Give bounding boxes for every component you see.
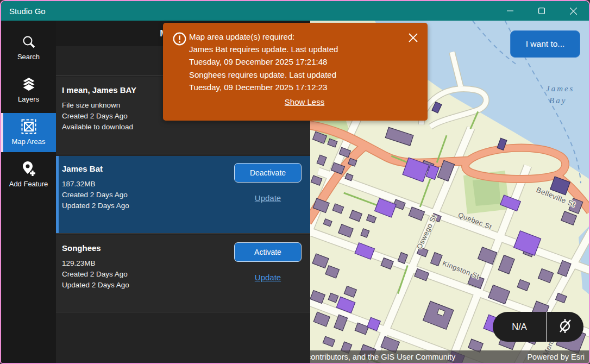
created-date: Created 2 Days Ago xyxy=(62,190,234,200)
window-controls xyxy=(494,1,589,21)
toast-line: Map area update(s) required: xyxy=(189,30,420,43)
map-label-james-bay-1: James xyxy=(546,84,574,93)
sidebar: Search Layers xyxy=(1,21,56,363)
powered-by-esri: Powered by Esri xyxy=(527,353,589,361)
map-status-pill: N/A xyxy=(493,312,583,342)
sidebar-item-layers[interactable]: Layers xyxy=(1,71,56,110)
sidebar-item-search[interactable]: Search xyxy=(1,28,56,67)
maximize-button[interactable] xyxy=(526,1,557,21)
divider xyxy=(56,154,310,154)
warning-icon xyxy=(173,30,189,106)
toast-line: James Bat requires update. Last updated xyxy=(189,43,420,55)
file-size: 129.23MB xyxy=(62,258,234,269)
search-icon xyxy=(22,34,36,50)
minimize-button[interactable] xyxy=(494,1,526,21)
close-icon xyxy=(570,8,577,15)
map-attribution-bar: contributors, and the GIS User Community… xyxy=(310,350,589,363)
add-feature-icon xyxy=(21,161,36,177)
update-link[interactable]: Update xyxy=(255,273,281,282)
sidebar-item-label: Map Areas xyxy=(11,137,45,146)
close-icon xyxy=(409,33,418,42)
availability-status: Available to download xyxy=(62,122,302,133)
map-area-title: James Bat xyxy=(62,164,234,173)
toast-line: Tuesday, 09 December 2025 17:12:23 xyxy=(189,81,420,93)
visibility-toggle-button[interactable] xyxy=(547,312,583,342)
updated-date: Updated 2 Days Ago xyxy=(62,200,234,211)
deactivate-button[interactable]: Deactivate xyxy=(234,163,302,183)
map-area-card-songhees[interactable]: Songhees 129.23MB Created 2 Days Ago Upd… xyxy=(56,235,310,312)
created-date: Created 2 Days Ago xyxy=(62,269,234,280)
activate-button[interactable]: Activate xyxy=(234,242,302,262)
map-area-title: Songhees xyxy=(62,243,234,253)
i-want-to-button[interactable]: I want to... xyxy=(510,30,580,58)
app-title: Studio Go xyxy=(9,7,46,16)
app-window: Studio Go Search xyxy=(0,0,590,364)
map-label-james-bay-2: Bay xyxy=(549,96,567,105)
titlebar: Studio Go xyxy=(1,1,589,21)
sidebar-item-label: Layers xyxy=(18,95,39,103)
map-area-card-james-bat[interactable]: James Bat 187.32MB Created 2 Days Ago Up… xyxy=(56,156,310,233)
divider xyxy=(56,233,310,234)
file-size: 187.32MB xyxy=(62,179,234,190)
close-button[interactable] xyxy=(557,1,589,21)
toast-close-button[interactable] xyxy=(405,30,421,47)
sidebar-item-label: Search xyxy=(17,53,40,61)
toast-line: Tuesday, 09 December 2025 17:21:48 xyxy=(189,55,420,68)
update-required-toast: Map area update(s) required: James Bat r… xyxy=(163,23,428,121)
toast-line: Songhees requires update. Last updated xyxy=(189,68,420,81)
maximize-icon xyxy=(538,8,545,14)
layers-icon xyxy=(21,76,36,92)
divider xyxy=(56,312,310,312)
map-areas-icon xyxy=(21,118,36,135)
map-status-value[interactable]: N/A xyxy=(493,312,547,342)
updated-date: Updated 2 Days Ago xyxy=(62,280,234,291)
sidebar-item-map-areas[interactable]: Map Areas xyxy=(1,113,56,152)
sidebar-item-add-feature[interactable]: Add Feature xyxy=(1,155,56,194)
show-less-link[interactable]: Show Less xyxy=(285,97,324,106)
update-link[interactable]: Update xyxy=(255,193,281,203)
minimize-icon xyxy=(507,8,513,14)
attribution-text: contributors, and the GIS User Community xyxy=(310,353,455,361)
sidebar-item-label: Add Feature xyxy=(9,180,48,188)
visibility-off-icon xyxy=(557,318,573,336)
